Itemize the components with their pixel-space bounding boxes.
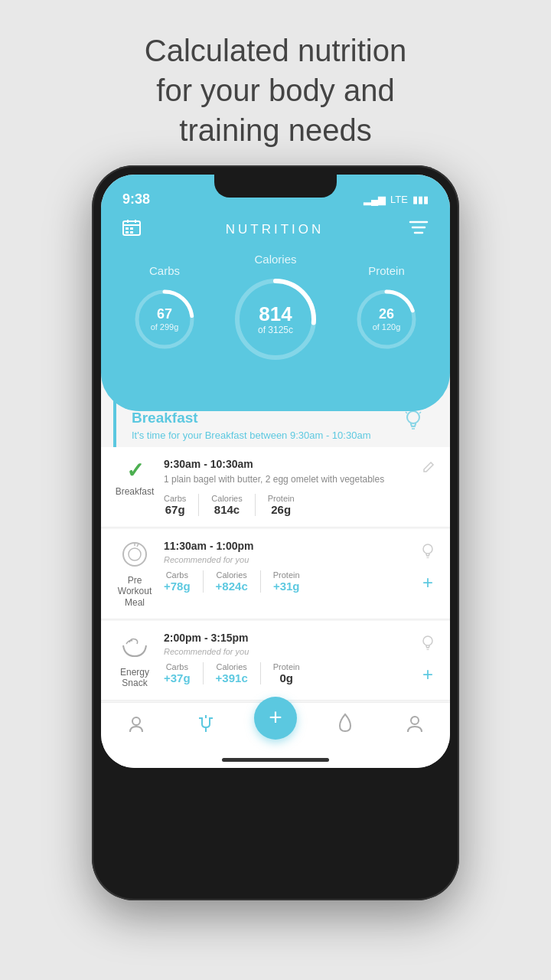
protein-value: 26 <box>373 307 401 322</box>
energy-snack-icon-label: Energy Snack <box>116 667 153 689</box>
energy-snack-time: 2:00pm - 3:15pm <box>164 632 410 644</box>
pre-workout-protein-value: +31g <box>273 580 300 593</box>
pre-workout-bulb-icon[interactable] <box>421 543 435 563</box>
breakfast-details: 9:30am - 10:30am 1 plain bagel with butt… <box>164 458 412 516</box>
signal-icon: ▂▄▆ <box>364 194 386 205</box>
energy-snack-carbs: Carbs +37g <box>164 662 204 684</box>
breakfast-carbs: Carbs 67g <box>164 494 199 516</box>
svg-line-22 <box>419 412 421 413</box>
pre-workout-calories: Calories +824c <box>204 570 261 593</box>
pre-workout-icon-label: PreWorkout Meal <box>116 575 153 608</box>
svg-point-24 <box>129 548 141 560</box>
energy-snack-calories-value: +391c <box>216 671 248 684</box>
carbs-of: of 299g <box>151 322 179 332</box>
nav-add[interactable]: + <box>240 712 310 740</box>
energy-snack-protein: Protein 0g <box>261 662 312 684</box>
phone-screen: 9:38 ▂▄▆ LTE ▮▮▮ <box>101 175 450 768</box>
svg-point-33 <box>132 717 140 725</box>
headline-line1: Calculated nutrition <box>145 34 406 67</box>
svg-rect-6 <box>126 231 129 234</box>
breakfast-check-icon: ✓ <box>126 458 144 483</box>
energy-snack-recommended: Recommended for you <box>164 647 410 656</box>
carbs-circle: Carbs 67 of 299g <box>130 264 199 354</box>
breakfast-bulb-icon <box>404 410 422 436</box>
activity-icon <box>126 714 146 738</box>
svg-line-21 <box>406 412 407 413</box>
pre-workout-calories-value: +824c <box>216 580 248 593</box>
svg-rect-4 <box>126 227 129 230</box>
calories-of: of 3125c <box>258 325 293 335</box>
pre-workout-protein: Protein +31g <box>261 570 312 593</box>
nav-title: NUTRITION <box>226 222 324 237</box>
energy-snack-add-btn[interactable]: + <box>422 664 433 685</box>
carbs-value: 67 <box>151 307 179 322</box>
nav-profile[interactable] <box>380 714 450 738</box>
status-time: 9:38 <box>122 191 150 207</box>
breakfast-protein: Protein 26g <box>256 494 307 516</box>
profile-icon <box>405 714 425 738</box>
pre-workout-macros: Carbs +78g Calories +824c Protein +31g <box>164 570 410 593</box>
breakfast-carbs-value: 67g <box>165 503 185 516</box>
fab-plus-icon: + <box>269 706 282 729</box>
water-icon <box>337 713 354 739</box>
breakfast-header: Breakfast It's time for your Breakfast b… <box>132 410 396 441</box>
pre-workout-carbs-value: +78g <box>164 580 191 593</box>
breakfast-title: Breakfast <box>132 410 396 426</box>
breakfast-edit-icon[interactable] <box>422 461 435 476</box>
calories-label: Calories <box>254 253 296 266</box>
breakfast-calories-value: 814c <box>214 503 240 516</box>
header-area: NUTRITION Carbs <box>101 211 450 411</box>
filter-icon[interactable] <box>409 220 429 240</box>
svg-point-36 <box>411 717 419 724</box>
bowl-icon <box>119 632 151 664</box>
svg-point-23 <box>123 543 146 566</box>
page-headline: Calculated nutrition for your body and t… <box>99 0 452 165</box>
pre-workout-recommended: Recommended for you <box>164 555 410 564</box>
fab-add-button[interactable]: + <box>254 697 297 740</box>
macros-row: Carbs 67 of 299g Calories <box>122 253 429 365</box>
breakfast-protein-value: 26g <box>271 503 291 516</box>
calendar-icon[interactable] <box>122 219 141 240</box>
breakfast-meal-card: ✓ Breakfast 9:30am - 10:30am 1 plain bag… <box>101 447 450 528</box>
nav-water[interactable] <box>311 713 380 739</box>
pre-workout-icon-area: PreWorkout Meal <box>116 540 153 608</box>
calories-circle: Calories 814 of 3125c <box>230 253 321 365</box>
nav-row: NUTRITION <box>122 219 429 240</box>
energy-snack-bulb-icon[interactable] <box>421 635 435 655</box>
energy-snack-macros: Carbs +37g Calories +391c Protein 0g <box>164 662 410 684</box>
breakfast-subtitle: It's time for your Breakfast between 9:3… <box>132 430 396 441</box>
headline-line2: for your body and <box>156 74 394 107</box>
breakfast-desc: 1 plain bagel with butter, 2 egg omelet … <box>164 473 412 486</box>
bottom-nav: + <box>101 702 450 755</box>
headline-line3: training needs <box>179 113 371 147</box>
pre-workout-time: 11:30am - 1:00pm <box>164 540 410 552</box>
calories-value-area: 814 of 3125c <box>258 303 293 336</box>
svg-rect-7 <box>130 231 133 234</box>
breakfast-calories: Calories 814c <box>199 494 255 516</box>
protein-circle: Protein 26 of 120g <box>352 264 421 354</box>
energy-snack-carbs-value: +37g <box>164 671 191 684</box>
pre-workout-add-btn[interactable]: + <box>422 572 433 593</box>
pre-workout-details: 11:30am - 1:00pm Recommended for you Car… <box>164 540 410 593</box>
phone-notch <box>214 175 337 198</box>
protein-of: of 120g <box>373 322 401 332</box>
svg-line-26 <box>137 544 139 547</box>
carbs-value-area: 67 of 299g <box>151 307 179 332</box>
svg-point-30 <box>423 636 432 645</box>
svg-rect-5 <box>130 227 133 230</box>
nav-nutrition[interactable] <box>171 714 240 738</box>
calories-value: 814 <box>258 303 293 325</box>
battery-icon: ▮▮▮ <box>412 194 429 205</box>
energy-snack-details: 2:00pm - 3:15pm Recommended for you Carb… <box>164 632 410 684</box>
breakfast-icon-area: ✓ Breakfast <box>116 458 153 497</box>
content-area: Breakfast It's time for your Breakfast b… <box>101 388 450 702</box>
network-type: LTE <box>390 194 408 205</box>
protein-value-area: 26 of 120g <box>373 307 401 332</box>
energy-snack-meal-card: Energy Snack 2:00pm - 3:15pm Recommended… <box>101 621 450 701</box>
nav-activity[interactable] <box>101 714 171 738</box>
phone-frame: 9:38 ▂▄▆ LTE ▮▮▮ <box>92 165 459 900</box>
pre-workout-carbs: Carbs +78g <box>164 570 204 593</box>
nutrition-icon <box>196 714 216 738</box>
protein-label: Protein <box>368 264 405 277</box>
carbs-label: Carbs <box>149 264 180 277</box>
